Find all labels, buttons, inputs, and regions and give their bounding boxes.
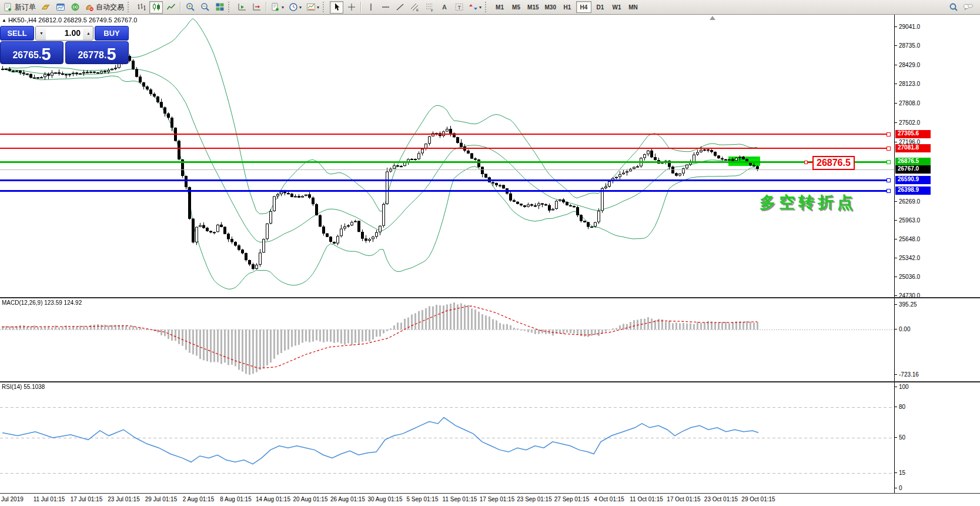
turning-point-text[interactable]: 多空转折点 [760,192,857,213]
buy-price-display[interactable]: 26778.5 [65,41,129,64]
horizontal-line-button[interactable] [379,1,392,14]
dropdown-caret-icon: ▾ [317,5,319,10]
buy-price-base: 26778 [78,48,104,63]
price-tag: 27305.6 [895,130,931,138]
rsi-tick-label: 15 [899,470,905,476]
text-label-button[interactable]: T [452,1,466,14]
time-label: 17 Jul 01:15 [71,496,103,502]
new-order-button[interactable]: 新订单 [2,1,38,14]
sell-button[interactable]: SELL [0,26,34,41]
sell-price-display[interactable]: 26765.5 [0,41,63,64]
time-label: 14 Aug 01:15 [256,496,290,502]
arrows-button[interactable]: ▾ [467,1,483,14]
community-chat-icon[interactable] [961,1,975,14]
rsi-tick-label: 100 [899,384,909,390]
auto-trading-button[interactable]: 自动交易 [83,1,126,14]
time-label: 29 Oct 01:15 [741,496,775,502]
toolbar-separator [180,2,181,12]
volume-value[interactable]: 1.00 [46,26,83,40]
price-tick-label: 25036.0 [899,274,920,280]
price-tick-label: 28429.0 [899,62,920,68]
price-axis[interactable]: 29041.028735.028429.028123.027808.027502… [894,15,980,297]
timeframe-M30[interactable]: M30 [543,1,558,13]
time-label: 4 Oct 01:15 [594,496,624,502]
volume-stepper: ▼ 1.00 ▲ [35,26,93,41]
rsi-tick-label: 80 [899,404,905,410]
chart-area: 29041.028735.028429.028123.027808.027502… [0,15,980,506]
candlestick-chart-button[interactable] [149,1,163,14]
templates-button[interactable]: ▾ [305,1,321,14]
price-callout-label[interactable]: 26876.5 [812,156,855,170]
price-tick-label: 28123.0 [899,81,920,87]
auto-scroll-button[interactable] [235,1,249,14]
crosshair-button[interactable] [344,1,358,14]
horizontal-level-line[interactable] [0,161,890,163]
price-tick-label: 26269.0 [899,198,920,205]
toolbar-separator [360,2,362,12]
time-label: 11 Oct 01:15 [630,496,663,502]
gold-bar-icon[interactable] [39,1,52,14]
price-chart-canvas[interactable] [0,15,894,297]
macd-canvas[interactable] [0,298,894,381]
time-label: 20 Aug 01:15 [293,496,328,502]
bar-chart-button[interactable] [135,1,148,14]
zoom-out-button[interactable] [198,1,212,14]
chart-window-icon[interactable] [53,1,67,14]
buy-button[interactable]: BUY [95,26,129,41]
time-label: 8 Aug 01:15 [220,496,251,502]
timeframe-MN[interactable]: MN [626,1,641,13]
time-axis[interactable]: Jul 201911 Jul 01:1517 Jul 01:1523 Jul 0… [0,493,980,506]
search-icon[interactable] [946,1,960,14]
periods-button[interactable]: ▾ [287,1,303,14]
volume-increase-button[interactable]: ▲ [83,26,93,40]
rsi-canvas[interactable] [0,382,894,493]
toolbar: 新订单 自动交易 ▾ ▾ ▾ E F A T ▾ [0,0,980,15]
timeframe-M1[interactable]: M1 [492,1,507,13]
timeframe-H1[interactable]: H1 [560,1,575,13]
tile-windows-button[interactable] [213,1,226,14]
text-button[interactable]: A [437,1,451,14]
level-endpoint-square [887,189,891,193]
time-label: Jul 2019 [1,496,24,502]
cursor-button[interactable] [330,1,343,14]
rsi-axis[interactable]: 1008050150 [894,382,980,493]
timeframe-D1[interactable]: D1 [593,1,608,13]
indicators-button[interactable]: ▾ [269,1,286,14]
signal-icon[interactable] [68,1,82,14]
vertical-line-button[interactable] [364,1,377,14]
auto-trading-icon [85,2,94,12]
fibonacci-button[interactable]: F [423,1,436,14]
chart-title: ▲ HK50-,H4 26812.0 26829.5 26749.5 26767… [2,16,138,24]
horizontal-level-line[interactable] [0,179,890,181]
svg-text:F: F [431,9,433,12]
horizontal-level-line[interactable] [0,134,890,135]
callout-square [804,161,808,164]
toolbar-handle [228,2,233,12]
main-chart-pane: 29041.028735.028429.028123.027808.027502… [0,15,980,297]
time-label: 23 Jul 01:15 [108,496,140,502]
horizontal-level-line[interactable] [0,190,890,192]
chart-shift-marker-icon [710,16,715,20]
timeframe-H4[interactable]: H4 [576,1,591,13]
timeframe-M15[interactable]: M15 [525,1,541,13]
svg-text:T: T [457,5,461,11]
toolbar-separator [266,2,267,12]
chart-shift-button[interactable] [250,1,263,14]
macd-axis[interactable]: 395.250.00-723.16 [894,298,980,381]
timeframe-W1[interactable]: W1 [609,1,624,13]
time-label: 23 Sep 01:15 [517,496,552,502]
horizontal-level-line[interactable] [0,148,890,149]
trendline-button[interactable] [393,1,407,14]
line-chart-button[interactable] [164,1,178,14]
zoom-in-button[interactable] [183,1,197,14]
buy-price-big: 5 [106,46,116,63]
new-order-icon [4,2,13,12]
equidistant-channel-button[interactable]: E [408,1,422,14]
level-endpoint-square [887,132,891,137]
time-label: 30 Aug 01:15 [368,496,403,502]
panel-collapse-icon[interactable]: ▲ [2,18,6,23]
price-tick-label: 29041.0 [899,24,920,30]
price-tick-label: 28735.0 [899,42,920,49]
volume-decrease-button[interactable]: ▼ [36,26,46,40]
timeframe-M5[interactable]: M5 [509,1,524,13]
